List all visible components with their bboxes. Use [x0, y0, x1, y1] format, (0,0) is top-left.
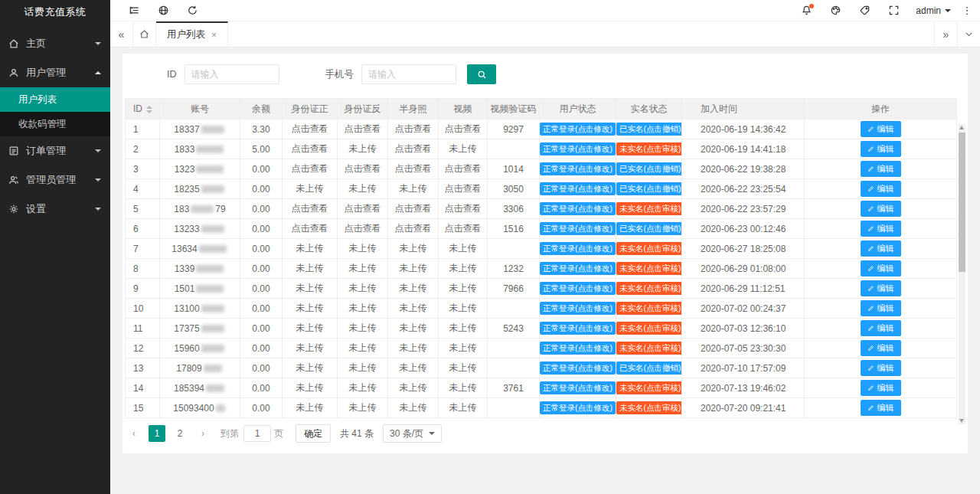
user-status-badge[interactable]: 正常登录(点击修改) — [540, 401, 616, 414]
tabs-scroll-left-icon[interactable]: « — [110, 21, 133, 47]
scroll-down-arrow[interactable] — [959, 419, 964, 423]
cell-id-back[interactable]: 点击查看 — [338, 199, 388, 219]
user-status-badge[interactable]: 正常登录(点击修改) — [540, 342, 616, 355]
edit-button[interactable]: 编辑 — [861, 221, 901, 237]
cell-id-front[interactable]: 点击查看 — [283, 139, 338, 159]
user-status-badge[interactable]: 正常登录(点击修改) — [540, 182, 616, 195]
cell-id-back[interactable]: 点击查看 — [338, 219, 388, 239]
tab-home-icon[interactable] — [133, 21, 156, 47]
real-name-status-badge[interactable]: 未实名(点击审核) — [616, 262, 682, 275]
real-name-status-badge[interactable]: 未实名(点击审核) — [616, 202, 682, 215]
sidebar-item-user-list[interactable]: 用户列表 — [0, 87, 110, 112]
user-status-badge[interactable]: 正常登录(点击修改) — [540, 162, 616, 175]
user-status-badge[interactable]: 正常登录(点击修改) — [540, 282, 616, 295]
goto-confirm-button[interactable]: 确定 — [296, 424, 331, 443]
sidebar-item-settings[interactable]: 设置 — [0, 195, 110, 224]
phone-input[interactable] — [361, 64, 456, 84]
sort-icon[interactable] — [146, 106, 152, 113]
prev-page-button[interactable]: ‹ — [126, 425, 142, 442]
cell-video[interactable]: 点击查看 — [439, 199, 488, 219]
edit-button[interactable]: 编辑 — [861, 360, 901, 376]
refresh-icon[interactable] — [178, 0, 207, 21]
theme-palette-icon[interactable] — [821, 0, 850, 21]
user-status-badge[interactable]: 正常登录(点击修改) — [540, 242, 616, 255]
per-page-select[interactable]: 30 条/页 — [383, 424, 442, 443]
user-status-badge[interactable]: 正常登录(点击修改) — [540, 322, 616, 335]
real-name-status-badge[interactable]: 已实名(点击撤销) — [616, 123, 682, 136]
sidebar-item-user-management[interactable]: 用户管理 — [0, 58, 110, 87]
edit-button[interactable]: 编辑 — [861, 400, 901, 416]
user-status-badge[interactable]: 正常登录(点击修改) — [540, 362, 616, 375]
cell-half-photo[interactable]: 点击查看 — [388, 199, 439, 219]
next-page-button[interactable]: › — [194, 425, 211, 442]
search-button[interactable] — [467, 64, 496, 84]
cell-id-front[interactable]: 点击查看 — [283, 119, 338, 139]
cell-id-back[interactable]: 点击查看 — [338, 159, 388, 179]
cell-video[interactable]: 点击查看 — [439, 179, 488, 199]
sidebar-item-order-management[interactable]: 订单管理 — [0, 136, 110, 165]
sidebar-item-admin-management[interactable]: 管理员管理 — [0, 165, 110, 195]
collapse-sidebar-icon[interactable] — [119, 0, 149, 21]
real-name-status-badge[interactable]: 未实名(点击审核) — [616, 142, 682, 155]
cell-video[interactable]: 点击查看 — [439, 159, 488, 179]
edit-button[interactable]: 编辑 — [861, 380, 901, 396]
sidebar-item-home[interactable]: 主页 — [0, 29, 110, 58]
sidebar-item-payment-codes[interactable]: 收款码管理 — [0, 112, 110, 136]
table-scrollbar[interactable] — [959, 124, 965, 424]
user-menu[interactable]: admin — [908, 5, 959, 16]
edit-button[interactable]: 编辑 — [861, 240, 901, 257]
cell-half-photo[interactable]: 点击查看 — [388, 139, 439, 159]
edit-button[interactable]: 编辑 — [861, 181, 901, 197]
more-options-icon[interactable]: ⋮ — [959, 5, 975, 16]
cell-id-back[interactable]: 点击查看 — [338, 119, 388, 139]
real-name-status-badge[interactable]: 未实名(点击审核) — [616, 302, 682, 315]
user-status-badge[interactable]: 正常登录(点击修改) — [540, 381, 616, 394]
cell-id-front[interactable]: 点击查看 — [283, 199, 338, 219]
edit-button[interactable]: 编辑 — [861, 300, 901, 316]
tab-user-list[interactable]: 用户列表 × — [156, 21, 228, 47]
fullscreen-icon[interactable] — [879, 0, 908, 21]
real-name-status-badge[interactable]: 未实名(点击审核) — [616, 401, 682, 414]
user-status-badge[interactable]: 正常登录(点击修改) — [540, 302, 616, 315]
tag-icon[interactable] — [850, 0, 879, 21]
real-name-status-badge[interactable]: 未实名(点击审核) — [616, 322, 682, 335]
cell-id-front[interactable]: 点击查看 — [283, 219, 338, 239]
cell-video[interactable]: 点击查看 — [439, 219, 488, 239]
real-name-status-badge[interactable]: 已实名(点击撤销) — [616, 362, 682, 375]
tabs-menu-icon[interactable] — [957, 21, 980, 47]
user-status-badge[interactable]: 正常登录(点击修改) — [540, 222, 616, 235]
notifications-bell-icon[interactable] — [792, 0, 821, 21]
real-name-status-badge[interactable]: 未实名(点击审核) — [616, 381, 682, 394]
real-name-status-badge[interactable]: 未实名(点击审核) — [616, 282, 682, 295]
user-status-badge[interactable]: 正常登录(点击修改) — [540, 202, 616, 215]
real-name-status-badge[interactable]: 未实名(点击审核) — [616, 342, 682, 355]
edit-button[interactable]: 编辑 — [861, 260, 901, 276]
cell-half-photo[interactable]: 点击查看 — [388, 219, 439, 239]
tabs-scroll-right-icon[interactable]: » — [934, 21, 957, 47]
id-input[interactable] — [185, 64, 279, 84]
cell-id-front[interactable]: 点击查看 — [283, 159, 338, 179]
edit-button[interactable]: 编辑 — [861, 121, 901, 137]
cell-half-photo[interactable]: 点击查看 — [388, 119, 439, 139]
real-name-status-badge[interactable]: 已实名(点击撤销) — [616, 162, 682, 175]
real-name-status-badge[interactable]: 未实名(点击审核) — [616, 242, 682, 255]
globe-icon[interactable] — [149, 0, 178, 21]
scrollbar-thumb[interactable] — [959, 132, 965, 272]
real-name-status-badge[interactable]: 已实名(点击撤销) — [616, 182, 682, 195]
edit-button[interactable]: 编辑 — [861, 201, 901, 217]
edit-button[interactable]: 编辑 — [861, 340, 901, 356]
cell-video[interactable]: 点击查看 — [439, 119, 488, 139]
scroll-up-arrow[interactable] — [959, 126, 964, 129]
edit-button[interactable]: 编辑 — [861, 320, 901, 336]
tab-close-icon[interactable]: × — [211, 30, 217, 41]
real-name-status-badge[interactable]: 已实名(点击撤销) — [616, 222, 682, 235]
page-button-2[interactable]: 2 — [172, 425, 188, 442]
user-status-badge[interactable]: 正常登录(点击修改) — [540, 262, 616, 275]
user-status-badge[interactable]: 正常登录(点击修改) — [540, 142, 616, 155]
edit-button[interactable]: 编辑 — [861, 161, 901, 177]
edit-button[interactable]: 编辑 — [861, 141, 901, 157]
edit-button[interactable]: 编辑 — [861, 280, 901, 296]
page-button-1[interactable]: 1 — [149, 425, 165, 442]
cell-half-photo[interactable]: 点击查看 — [388, 159, 439, 179]
user-status-badge[interactable]: 正常登录(点击修改) — [540, 123, 616, 136]
